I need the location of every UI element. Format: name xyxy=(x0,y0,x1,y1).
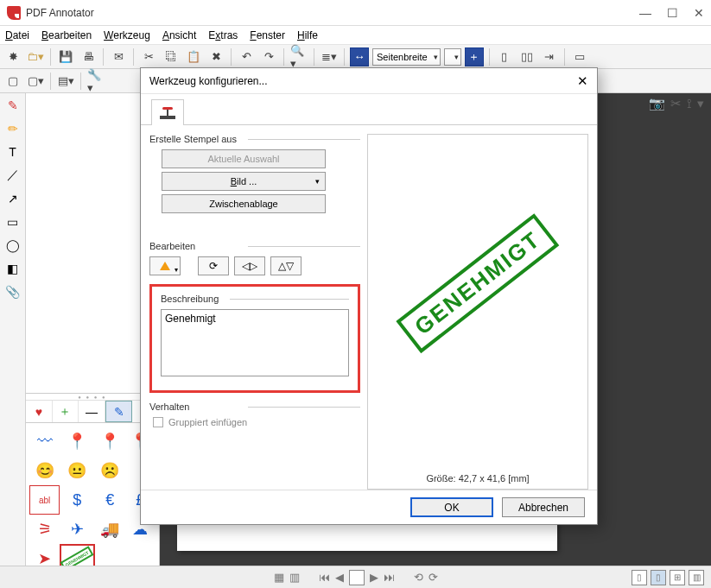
copy-icon[interactable]: ⿻ xyxy=(162,47,181,66)
stamp-plane[interactable]: ✈ xyxy=(60,515,94,544)
more-icon[interactable]: ▾ xyxy=(697,96,704,111)
description-group-highlighted: Beschreibung Genehmigt xyxy=(149,284,360,393)
menu-help[interactable]: Hilfe xyxy=(297,29,318,41)
dialog-close-button[interactable]: ✕ xyxy=(577,73,588,89)
camera-icon[interactable]: 📷 xyxy=(649,96,665,111)
edit-rotate-button[interactable]: ⟳ xyxy=(198,256,229,275)
zoom-mode-combo[interactable]: Seitenbreite xyxy=(372,48,441,66)
close-button[interactable]: ✕ xyxy=(694,6,704,20)
continuous-icon[interactable]: ⇥ xyxy=(540,47,559,66)
sb-layout3-icon[interactable]: ⊞ xyxy=(670,570,685,585)
stamp-neutral[interactable]: 😐 xyxy=(60,456,94,485)
crop-icon[interactable]: ✂ xyxy=(670,96,682,111)
stamp-pin-blue[interactable]: 📍 xyxy=(60,427,94,456)
app-icon xyxy=(7,6,21,20)
sb-page-field[interactable] xyxy=(349,570,365,585)
ok-button[interactable]: OK xyxy=(410,497,493,517)
minimize-button[interactable]: — xyxy=(639,6,651,20)
rect-tool-icon[interactable]: ▭ xyxy=(3,212,22,231)
open-icon[interactable]: 🗀▾ xyxy=(26,47,45,66)
single-page-icon[interactable]: ▯ xyxy=(495,47,514,66)
sb-next-icon[interactable]: ▶ xyxy=(370,571,378,584)
sb-fwd-icon[interactable]: ⟳ xyxy=(429,571,438,584)
ruler-icon[interactable]: ⟟ xyxy=(687,96,692,111)
eraser-tool-icon[interactable]: ◧ xyxy=(3,259,22,278)
menu-view[interactable]: Ansicht xyxy=(162,29,196,41)
sb-last-icon[interactable]: ⏭ xyxy=(384,571,395,584)
sb-thumbs-icon[interactable]: ▦ xyxy=(274,571,284,584)
sb-layout4-icon[interactable]: ▥ xyxy=(689,570,704,585)
tab-tools[interactable]: — xyxy=(79,401,105,422)
print-icon[interactable]: 🖶 xyxy=(79,47,98,66)
zoom-plus-icon[interactable]: ＋ xyxy=(465,47,484,66)
tab-stamps[interactable]: ✎ xyxy=(105,401,133,422)
cut-icon[interactable]: ✂ xyxy=(139,47,158,66)
highlighter-tool-icon[interactable]: ✏ xyxy=(3,119,22,138)
line-tool-icon[interactable]: ／ xyxy=(3,166,22,185)
paste-icon[interactable]: 📋 xyxy=(184,47,203,66)
sb-pages-icon[interactable]: ▥ xyxy=(289,571,300,584)
tab-add[interactable]: ＋ xyxy=(53,401,79,422)
checkbox-grouped-insert[interactable] xyxy=(153,417,163,427)
save-icon[interactable]: 💾 xyxy=(56,47,75,66)
stamp-sad[interactable]: ☹️ xyxy=(95,456,125,485)
page-dropdown-icon[interactable]: ▢▾ xyxy=(26,72,45,91)
sb-layout2-icon[interactable]: ▯ xyxy=(651,570,666,585)
arrow-tool-icon[interactable]: ↗ xyxy=(3,189,22,208)
stamp-dollar[interactable]: $ xyxy=(60,485,94,515)
menu-edit[interactable]: Bearbeiten xyxy=(41,29,92,41)
page-icon[interactable]: ▢ xyxy=(3,72,22,91)
dialog-title: Werkzeug konfigurieren... xyxy=(149,75,577,87)
search-icon[interactable]: 🔍▾ xyxy=(289,47,308,66)
two-page-icon[interactable]: ▯▯ xyxy=(517,47,536,66)
stamp-preview-pane: GENEHMIGT Größe: 42,7 x 41,6 [mm] xyxy=(367,134,588,490)
menu-tool[interactable]: Werkzeug xyxy=(104,29,150,41)
description-textarea[interactable]: Genehmigt xyxy=(161,309,349,376)
edit-flip-h-button[interactable]: ◁▷ xyxy=(234,256,265,275)
btn-clipboard[interactable]: Zwischenablage xyxy=(162,194,326,213)
menu-window[interactable]: Fenster xyxy=(250,29,285,41)
new-icon[interactable]: ✸ xyxy=(3,47,22,66)
book-icon[interactable]: ▤▾ xyxy=(56,72,75,91)
menu-extras[interactable]: Extras xyxy=(208,29,238,41)
ellipse-tool-icon[interactable]: ◯ xyxy=(3,236,22,255)
fullscreen-icon[interactable]: ▭ xyxy=(570,47,589,66)
email-icon[interactable]: ✉ xyxy=(109,47,128,66)
maximize-button[interactable]: ☐ xyxy=(667,6,678,20)
stamp-pin-green[interactable]: 📍 xyxy=(95,427,125,456)
menu-file[interactable]: Datei xyxy=(5,29,29,41)
stamp-euro[interactable]: € xyxy=(95,485,125,515)
menu-bar: Datei Bearbeiten Werkzeug Ansicht Extras… xyxy=(0,26,711,45)
panel-grip[interactable]: ● ● ● ● xyxy=(26,394,159,401)
stamp-tab-icon xyxy=(160,107,175,119)
zoom-dropdown[interactable] xyxy=(444,48,461,66)
stamp-stamper[interactable]: ⚞ xyxy=(29,515,60,544)
stamp-smile[interactable]: 😊 xyxy=(29,456,60,485)
btn-current-selection[interactable]: Aktuelle Auswahl xyxy=(162,149,326,168)
delete-icon[interactable]: ✖ xyxy=(206,47,225,66)
stamp-truck[interactable]: 🚚 xyxy=(95,515,125,544)
label-edit: Bearbeiten xyxy=(149,241,200,251)
sb-layout1-icon[interactable]: ▯ xyxy=(632,570,647,585)
fit-width-icon[interactable]: ↔ xyxy=(350,47,369,66)
sb-prev-icon[interactable]: ◀ xyxy=(335,571,344,584)
wrench-icon[interactable]: 🔧▾ xyxy=(86,72,105,91)
stamp-abl[interactable]: abl xyxy=(29,485,60,515)
redo-icon[interactable]: ↷ xyxy=(259,47,278,66)
pen-tool-icon[interactable]: ✎ xyxy=(3,96,22,115)
tab-favorites[interactable]: ♥ xyxy=(26,401,53,422)
text-tool-icon[interactable]: T xyxy=(3,142,22,161)
stamp-grid: 〰 📍 📍 📍 😊 😐 ☹️ abl $ € £ ⚞ ✈ 🚚 ☁ ➤ GENEH… xyxy=(26,423,159,577)
layers-icon[interactable]: ≣▾ xyxy=(320,47,339,66)
undo-icon[interactable]: ↶ xyxy=(237,47,256,66)
preview-size-label: Größe: 42,7 x 41,6 [mm] xyxy=(368,473,587,484)
sb-first-icon[interactable]: ⏮ xyxy=(319,571,330,584)
cancel-button[interactable]: Abbrechen xyxy=(502,497,585,517)
edit-flip-v-button[interactable]: △▽ xyxy=(270,256,302,275)
edit-color-button[interactable] xyxy=(149,256,181,275)
stamp-squiggle[interactable]: 〰 xyxy=(29,427,60,456)
dialog-tab-stamp[interactable] xyxy=(151,99,184,125)
attach-tool-icon[interactable]: 📎 xyxy=(3,282,22,301)
sb-back-icon[interactable]: ⟲ xyxy=(414,571,423,584)
btn-image-combo[interactable]: Bild ... xyxy=(162,172,326,191)
